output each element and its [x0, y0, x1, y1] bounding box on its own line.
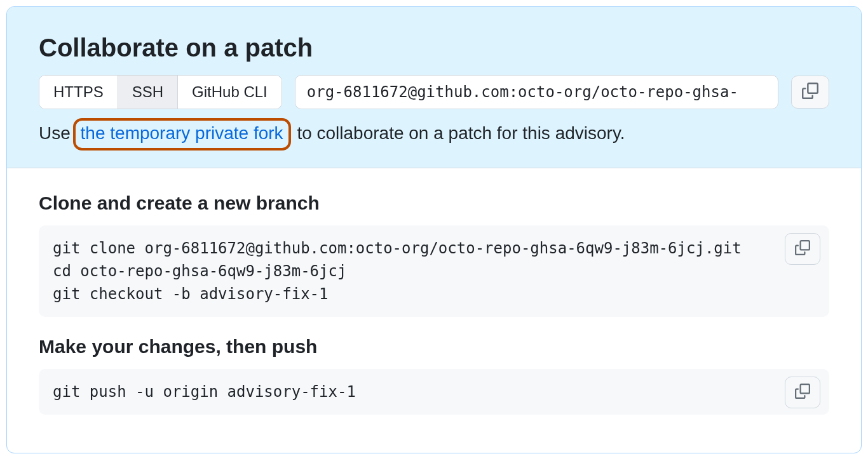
tab-github-cli[interactable]: GitHub CLI [178, 76, 281, 109]
page-title: Collaborate on a patch [39, 34, 829, 62]
tab-https[interactable]: HTTPS [39, 76, 118, 109]
copy-icon [795, 384, 810, 401]
push-code-block[interactable]: git push -u origin advisory-fix-1 [39, 369, 829, 415]
clone-protocol-tabs: HTTPS SSH GitHub CLI [39, 75, 282, 109]
collaborate-header: Collaborate on a patch HTTPS SSH GitHub … [7, 7, 861, 168]
copy-push-button[interactable] [785, 377, 820, 408]
push-heading: Make your changes, then push [39, 336, 829, 358]
desc-suffix: to collaborate on a patch for this advis… [292, 123, 625, 143]
desc-prefix: Use [39, 123, 76, 143]
copy-clone-button[interactable] [785, 233, 820, 265]
copy-icon [795, 240, 810, 258]
instructions-section: Clone and create a new branch git clone … [7, 168, 861, 453]
collaborate-description: Use the temporary private fork to collab… [39, 123, 829, 144]
clone-code-wrap: git clone org-6811672@github.com:octo-or… [39, 225, 829, 317]
temporary-private-fork-link[interactable]: the temporary private fork [73, 118, 291, 151]
advisory-card: Collaborate on a patch HTTPS SSH GitHub … [6, 6, 862, 453]
push-code-wrap: git push -u origin advisory-fix-1 [39, 369, 829, 415]
copy-icon [802, 83, 818, 102]
clone-code-block[interactable]: git clone org-6811672@github.com:octo-or… [39, 225, 829, 317]
clone-url-field[interactable]: org-6811672@github.com:octo-org/octo-rep… [295, 75, 778, 109]
clone-row: HTTPS SSH GitHub CLI org-6811672@github.… [39, 75, 829, 109]
copy-url-button[interactable] [791, 76, 829, 109]
clone-heading: Clone and create a new branch [39, 192, 829, 214]
tab-ssh[interactable]: SSH [118, 76, 178, 109]
